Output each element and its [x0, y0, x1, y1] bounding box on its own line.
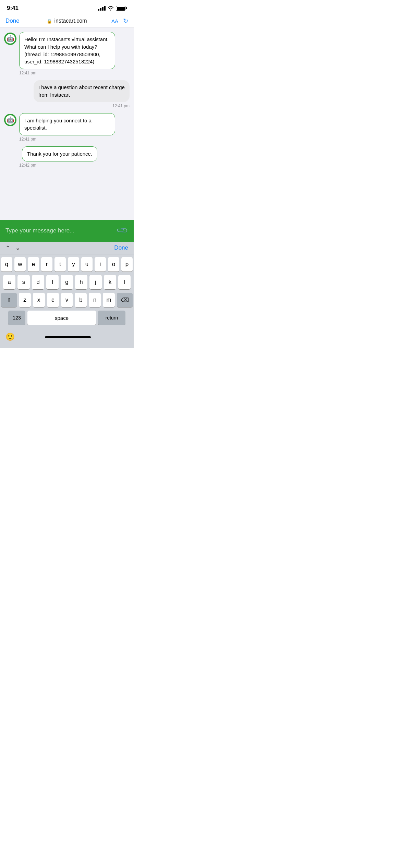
- key-e[interactable]: e: [28, 257, 39, 272]
- key-return[interactable]: return: [98, 311, 125, 325]
- lock-icon: 🔒: [47, 19, 52, 24]
- key-shift[interactable]: ⇧: [1, 293, 17, 307]
- arrow-up-button[interactable]: ⌃: [5, 245, 10, 251]
- key-r[interactable]: r: [41, 257, 52, 272]
- key-a[interactable]: a: [3, 275, 15, 289]
- key-n[interactable]: n: [89, 293, 101, 307]
- keyboard: q w e r t y u i o p a s d f g h j k l ⇧ …: [0, 254, 134, 330]
- paperclip-icon: 📎: [116, 224, 128, 237]
- key-space[interactable]: space: [27, 311, 96, 325]
- message-input[interactable]: [5, 227, 112, 234]
- key-x[interactable]: x: [33, 293, 45, 307]
- bot-message-row-2: 🤖 I am helping you connect to a speciali…: [4, 113, 130, 136]
- attach-button[interactable]: 📎: [116, 225, 128, 237]
- bot-message-text-3: Thank you for your patience.: [27, 151, 92, 157]
- arrow-down-button[interactable]: ⌄: [15, 245, 20, 251]
- key-row-4: 123 space return: [1, 311, 133, 325]
- bot-message-text: Hello! I'm Instacart's virtual assistant…: [24, 36, 109, 64]
- delete-icon: ⌫: [121, 297, 129, 304]
- user-message-text: I have a question about recent charge fr…: [38, 84, 125, 98]
- key-delete[interactable]: ⌫: [117, 293, 133, 307]
- keyboard-toolbar: ⌃ ⌄ Done: [0, 242, 134, 254]
- key-row-3: ⇧ z x c v b n m ⌫: [1, 293, 133, 307]
- key-f[interactable]: f: [46, 275, 59, 289]
- browser-done-button[interactable]: Done: [5, 17, 23, 24]
- wifi-icon: [108, 6, 114, 11]
- key-h[interactable]: h: [75, 275, 87, 289]
- key-g[interactable]: g: [61, 275, 73, 289]
- bot-message-text-2: I am helping you connect to a specialist…: [24, 118, 92, 131]
- status-bar: 9:41: [0, 0, 134, 14]
- bot-bubble: Hello! I'm Instacart's virtual assistant…: [19, 32, 115, 69]
- key-j[interactable]: j: [89, 275, 102, 289]
- signal-icon: [98, 6, 106, 11]
- toolbar-arrows: ⌃ ⌄: [5, 245, 20, 251]
- robot-icon: 🤖: [7, 35, 14, 43]
- key-row-2: a s d f g h j k l: [1, 275, 133, 289]
- message-timestamp-2: 12:41 pm: [19, 137, 130, 142]
- bot-avatar-2: 🤖: [4, 114, 16, 126]
- user-message-timestamp: 12:41 pm: [4, 104, 130, 108]
- bot-message-row: 🤖 Hello! I'm Instacart's virtual assista…: [4, 32, 130, 69]
- key-c[interactable]: c: [47, 293, 59, 307]
- key-k[interactable]: k: [104, 275, 116, 289]
- key-b[interactable]: b: [75, 293, 87, 307]
- status-icons: [98, 6, 127, 11]
- bottom-bar: 🙂: [0, 330, 134, 348]
- user-bubble: I have a question about recent charge fr…: [34, 80, 130, 102]
- url-text: instacart.com: [54, 18, 87, 24]
- bot-avatar: 🤖: [4, 33, 16, 45]
- home-indicator: [45, 336, 91, 338]
- input-area: 📎: [0, 220, 134, 242]
- key-123[interactable]: 123: [8, 311, 25, 325]
- message-timestamp-3: 12:42 pm: [19, 163, 130, 168]
- keyboard-done-button[interactable]: Done: [114, 244, 128, 251]
- browser-url: 🔒 instacart.com: [23, 18, 111, 24]
- key-u[interactable]: u: [81, 257, 93, 272]
- user-message-row: I have a question about recent charge fr…: [4, 80, 130, 102]
- robot-icon-2: 🤖: [7, 116, 14, 124]
- key-m[interactable]: m: [103, 293, 115, 307]
- bot-bubble-2: I am helping you connect to a specialist…: [19, 113, 115, 136]
- key-t[interactable]: t: [54, 257, 66, 272]
- key-v[interactable]: v: [61, 293, 73, 307]
- key-i[interactable]: i: [95, 257, 106, 272]
- key-y[interactable]: y: [68, 257, 79, 272]
- browser-actions: AA ↻: [111, 17, 128, 25]
- text-size-button[interactable]: AA: [111, 18, 118, 24]
- refresh-button[interactable]: ↻: [123, 17, 128, 25]
- emoji-button[interactable]: 🙂: [5, 333, 15, 341]
- bot-bubble-3: Thank you for your patience.: [22, 146, 97, 161]
- key-row-1: q w e r t y u i o p: [1, 257, 133, 272]
- key-o[interactable]: o: [108, 257, 119, 272]
- key-z[interactable]: z: [19, 293, 31, 307]
- status-time: 9:41: [7, 5, 19, 12]
- key-s[interactable]: s: [17, 275, 30, 289]
- chat-area: 🤖 Hello! I'm Instacart's virtual assista…: [0, 28, 134, 220]
- bot-message-row-3: Thank you for your patience.: [4, 146, 130, 161]
- key-l[interactable]: l: [118, 275, 131, 289]
- key-d[interactable]: d: [32, 275, 44, 289]
- message-timestamp: 12:41 pm: [19, 71, 130, 75]
- battery-icon: [116, 6, 127, 11]
- key-p[interactable]: p: [121, 257, 133, 272]
- browser-bar: Done 🔒 instacart.com AA ↻: [0, 14, 134, 28]
- key-q[interactable]: q: [1, 257, 12, 272]
- key-w[interactable]: w: [14, 257, 26, 272]
